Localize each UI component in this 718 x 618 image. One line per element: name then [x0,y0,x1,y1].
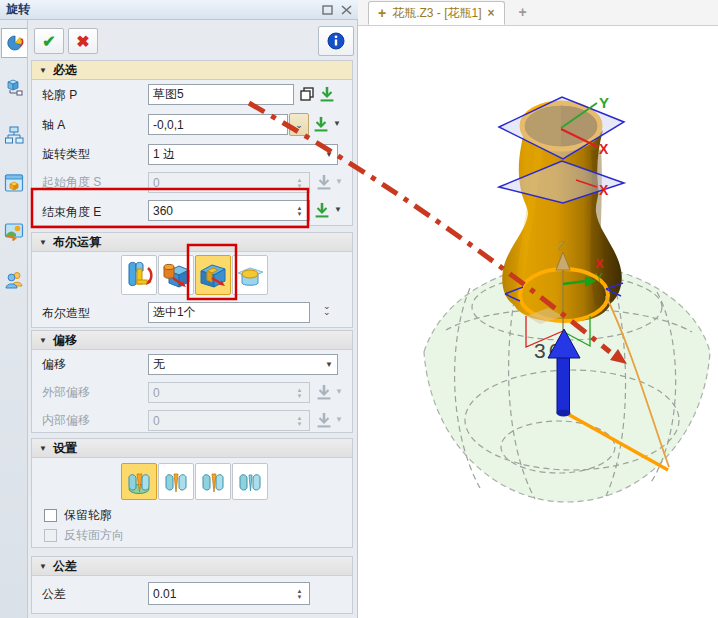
sidebar-item-visual-manager[interactable] [1,168,27,198]
section-label: 偏移 [53,332,77,349]
row-axis: 轴 A -0,0,1 ⌄ ▼ [32,110,352,140]
keep-profile-label: 保留轮廓 [64,507,112,524]
reverse-face-checkbox [44,529,57,542]
collapse-arrow-icon: ▼ [39,238,47,247]
spinner[interactable]: ▲ ▼ [294,588,305,600]
revolve-type-value: 1 边 [153,146,175,163]
section-label: 布尔运算 [53,234,101,251]
collapse-arrow-icon: ▼ [39,444,47,453]
x-axis-label-bottom: X [595,256,604,271]
offset-value: 无 [153,356,165,373]
section-label: 设置 [53,440,77,457]
outer-offset-value: 0 [153,386,160,400]
panel-title: 旋转 [6,1,30,18]
boolean-subtract-icon [198,258,228,292]
end-angle-input[interactable]: 360 ▲ ▼ [148,200,310,221]
tolerance-value: 0.01 [153,587,176,601]
row-offset: 偏移 无 ▼ [32,350,352,378]
document-tabbar: + 花瓶.Z3 - [花瓶1] × + [358,0,718,26]
keep-profile-checkbox[interactable] [44,509,57,522]
tab-active-document[interactable]: + 花瓶.Z3 - [花瓶1] × [368,1,505,25]
axis-picker-button[interactable]: ⌄ [289,113,309,136]
boolean-base-button[interactable] [121,255,157,295]
spinner: ▲ ▼ [294,387,305,399]
caret-down-icon: ▼ [325,150,333,159]
tolerance-input[interactable]: 0.01 ▲ ▼ [148,582,310,605]
revolve-both-sides-button[interactable] [121,463,157,500]
image-icon [4,221,24,241]
profile-input[interactable]: 草图5 [148,84,294,105]
revolve-type-dropdown[interactable]: 1 边 ▼ [148,144,338,165]
row-revolve-type: 旋转类型 1 边 ▼ [32,140,352,168]
boolean-shape-value: 选中1个 [153,304,196,321]
users-icon [4,269,24,289]
revolve-symmetric-icon [235,467,265,497]
info-button[interactable] [318,26,354,56]
revolve-type-label: 旋转类型 [42,146,90,163]
cube-tree-icon [4,77,24,97]
caret-down-icon: ▼ [335,387,343,396]
start-angle-value: 0 [153,176,160,190]
3d-canvas[interactable]: Y X X Z X Y [358,26,718,618]
profile-label: 轮廓 P [42,87,77,104]
row-tolerance: 公差 0.01 ▲ ▼ [32,576,352,612]
cancel-button[interactable]: ✖ [68,28,98,54]
boolean-shape-input[interactable]: 选中1个 [148,302,310,323]
section-header-boolean[interactable]: ▼ 布尔运算 [32,233,352,252]
start-angle-input: 0 ▲ ▼ [148,172,310,193]
end-angle-label: 结束角度 E [42,203,101,220]
boolean-subtract-button[interactable] [195,255,231,295]
check-icon: ✔ [42,32,55,51]
download-icon[interactable] [312,115,330,133]
sidebar-item-shape-browser[interactable] [1,72,27,102]
group-required: ▼ 必选 轮廓 P 草图5 轴 A -0,0,1 [31,60,353,226]
group-offset: ▼ 偏移 偏移 无 ▼ 外部偏移 0 ▲ ▼ [31,330,353,433]
revolve-options-panel: ✔ ✖ ▼ 必选 轮廓 P 草图5 [28,20,358,618]
spinner[interactable]: ▲ ▼ [294,205,305,217]
caret-down-icon[interactable]: ▼ [334,205,342,214]
caret-down-icon: ▼ [335,177,343,186]
section-header-settings[interactable]: ▼ 设置 [32,439,352,458]
copy-icon[interactable] [298,85,316,103]
revolve-side2-button[interactable] [195,463,231,500]
restore-icon[interactable] [322,5,333,15]
viewport[interactable]: + 花瓶.Z3 - [花瓶1] × + [358,0,718,618]
close-icon[interactable] [341,5,352,15]
download-icon[interactable] [313,201,331,219]
ok-button[interactable]: ✔ [34,28,64,54]
revolve-side2-icon [198,467,228,497]
revolve-side1-icon [161,467,191,497]
boolean-add-button[interactable] [158,255,194,295]
profile-value: 草图5 [153,86,184,103]
sidebar-item-history[interactable] [1,120,27,150]
section-header-required[interactable]: ▼ 必选 [32,61,352,80]
sidebar-item-render[interactable] [1,216,27,246]
row-boolean-ops [32,252,352,298]
revolve-side1-button[interactable] [158,463,194,500]
double-chevron-icon[interactable]: ⌄ ⌄ [323,303,331,315]
section-header-tolerance[interactable]: ▼ 公差 [32,557,352,576]
tolerance-label: 公差 [42,586,66,603]
spin-down-icon: ▼ [297,211,303,217]
z-axis-label: Z [557,238,565,253]
collapse-arrow-icon: ▼ [39,336,47,345]
group-boolean: ▼ 布尔运算 [31,232,353,328]
section-header-offset[interactable]: ▼ 偏移 [32,331,352,350]
sidebar-item-role[interactable] [1,264,27,294]
history-tree-icon [4,125,24,145]
caret-down-icon[interactable]: ▼ [333,119,341,128]
revolve-symmetric-button[interactable] [232,463,268,500]
section-label: 必选 [53,62,77,79]
spinner: ▲ ▼ [294,177,305,189]
boolean-intersect-button[interactable] [232,255,268,295]
x-axis-label-mid: X [599,182,609,198]
new-tab-button[interactable]: + [519,4,527,20]
offset-dropdown[interactable]: 无 ▼ [148,354,338,375]
axis-input[interactable]: -0,0,1 [148,114,288,135]
tab-close-icon[interactable]: × [488,6,495,20]
window-cube-icon [4,173,24,193]
info-icon [327,32,345,50]
download-icon[interactable] [318,85,336,103]
download-icon-disabled [315,173,333,191]
sidebar-item-revolve[interactable] [1,28,27,58]
